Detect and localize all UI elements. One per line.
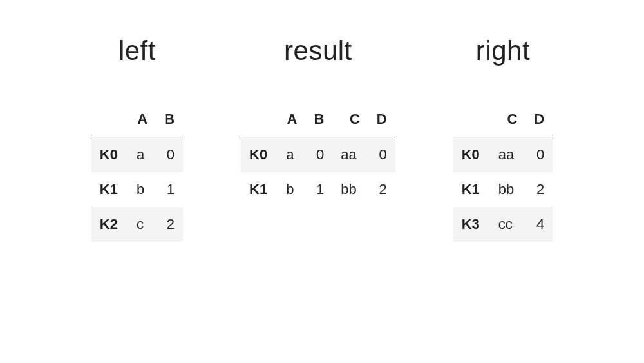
cell: a: [128, 137, 156, 173]
row-index: K1: [241, 172, 278, 207]
cell: bb: [332, 172, 368, 207]
cell: 1: [305, 172, 332, 207]
cell: 0: [368, 137, 395, 173]
table-row: K1 b 1: [91, 172, 183, 207]
cell: b: [128, 172, 156, 207]
col-header: C: [490, 102, 526, 137]
table-title-right: right: [476, 35, 530, 66]
cell: b: [278, 172, 305, 207]
cell: bb: [490, 172, 526, 207]
corner-cell: [91, 102, 128, 137]
table-row: K1 b 1 bb 2: [241, 172, 395, 207]
table-row: K2 c 2: [91, 207, 183, 242]
table-block-left: left A B K0 a 0 K1 b 1: [91, 35, 183, 242]
cell: aa: [332, 137, 368, 173]
cell: 0: [305, 137, 332, 173]
cell: 1: [156, 172, 183, 207]
cell: 4: [526, 207, 553, 242]
corner-cell: [453, 102, 490, 137]
col-header: B: [305, 102, 332, 137]
cell: aa: [490, 137, 526, 173]
row-index: K3: [453, 207, 490, 242]
table-result: A B C D K0 a 0 aa 0 K1 b 1 bb: [241, 102, 395, 207]
row-index: K0: [453, 137, 490, 173]
row-index: K2: [91, 207, 128, 242]
col-header: B: [156, 102, 183, 137]
col-header: A: [128, 102, 156, 137]
table-block-result: result A B C D K0 a 0 aa 0: [241, 35, 395, 242]
table-right: C D K0 aa 0 K1 bb 2 K3 cc 4: [453, 102, 553, 242]
cell: cc: [490, 207, 526, 242]
col-header: A: [278, 102, 305, 137]
tables-container: left A B K0 a 0 K1 b 1: [0, 0, 644, 242]
row-index: K1: [91, 172, 128, 207]
cell: a: [278, 137, 305, 173]
row-index: K0: [91, 137, 128, 173]
cell: 2: [368, 172, 395, 207]
table-block-right: right C D K0 aa 0 K1 bb 2: [453, 35, 553, 242]
row-index: K1: [453, 172, 490, 207]
table-row: K0 a 0: [91, 137, 183, 173]
table-row: K1 bb 2: [453, 172, 553, 207]
row-index: K0: [241, 137, 278, 173]
table-left: A B K0 a 0 K1 b 1 K2 c 2: [91, 102, 183, 242]
table-row: K3 cc 4: [453, 207, 553, 242]
table-row: K0 aa 0: [453, 137, 553, 173]
corner-cell: [241, 102, 278, 137]
cell: c: [128, 207, 156, 242]
table-title-left: left: [118, 35, 156, 66]
table-title-result: result: [284, 35, 352, 66]
cell: 0: [156, 137, 183, 173]
cell: 2: [526, 172, 553, 207]
table-row: K0 a 0 aa 0: [241, 137, 395, 173]
cell: 0: [526, 137, 553, 173]
cell: 2: [156, 207, 183, 242]
col-header: D: [368, 102, 395, 137]
col-header: D: [526, 102, 553, 137]
col-header: C: [332, 102, 368, 137]
